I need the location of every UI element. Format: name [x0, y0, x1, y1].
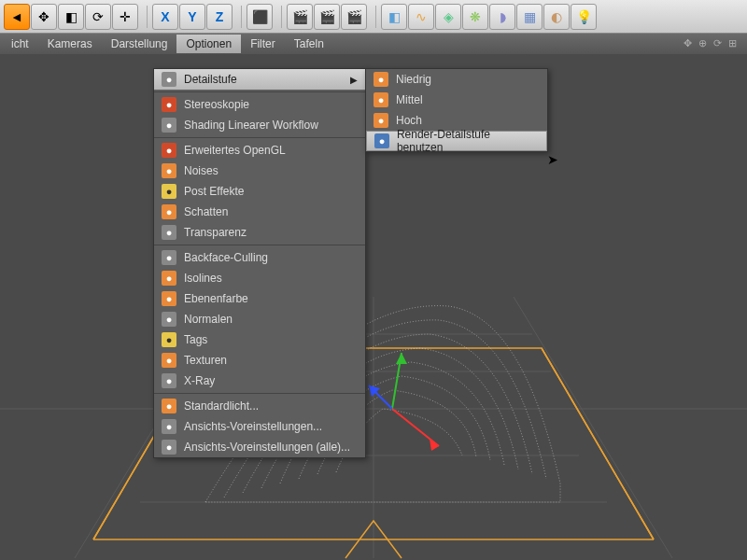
- menu-filter[interactable]: Filter: [241, 35, 285, 53]
- menu-item-ebenenfarbe[interactable]: ●Ebenenfarbe: [154, 288, 365, 309]
- menu-item-detailstufe[interactable]: ●Detailstufe▶: [154, 69, 365, 90]
- spline-icon[interactable]: ∿: [408, 4, 434, 30]
- light-icon[interactable]: 💡: [571, 4, 597, 30]
- menu-item-normalen[interactable]: ●Normalen: [154, 309, 365, 329]
- select-tool-icon[interactable]: ◄: [4, 4, 30, 30]
- svg-line-2: [514, 297, 672, 558]
- menu-item-schatten[interactable]: ●Schatten: [154, 202, 365, 222]
- menu-ansicht[interactable]: icht: [2, 35, 38, 53]
- menu-optionen[interactable]: Optionen: [176, 35, 241, 53]
- menu-darstellung[interactable]: Darstellung: [102, 35, 177, 53]
- nav-move-icon[interactable]: ✥: [684, 37, 697, 50]
- menu-kameras[interactable]: Kameras: [38, 35, 102, 53]
- detailstufe-submenu: ●Niedrig●Mittel●Hoch●Render-Detailstufe …: [365, 68, 548, 152]
- render-settings-icon[interactable]: 🎬: [341, 4, 367, 30]
- optionen-dropdown: ●Detailstufe▶●Stereoskopie●Shading Linea…: [153, 68, 366, 458]
- scale-tool-icon[interactable]: ◧: [58, 4, 84, 30]
- nav-zoom-icon[interactable]: ⊕: [698, 37, 712, 50]
- main-toolbar: ◄ ✥ ◧ ⟳ ✛ X Y Z ⬛ 🎬 🎬 🎬 ◧ ∿ ◈ ❋ ◗ ▦ ◐ 💡: [0, 0, 747, 34]
- menu-item-x-ray[interactable]: ●X-Ray: [154, 371, 365, 391]
- viewport-menubar: icht Kameras Darstellung Optionen Filter…: [0, 34, 747, 54]
- menu-item-ansichts-voreinstellungen-alle-[interactable]: ●Ansichts-Voreinstellungen (alle)...: [154, 437, 365, 457]
- menu-tafeln[interactable]: Tafeln: [285, 35, 333, 53]
- tool-group-transform: ◄ ✥ ◧ ⟳ ✛: [4, 4, 138, 30]
- primitive-cube-icon[interactable]: ◧: [381, 4, 407, 30]
- render-icon[interactable]: 🎬: [287, 4, 313, 30]
- svg-line-10: [542, 348, 654, 539]
- move-tool-icon[interactable]: ✥: [31, 4, 57, 30]
- render-region-icon[interactable]: 🎬: [314, 4, 340, 30]
- tool-group-primitives: ◧ ∿ ◈ ❋ ◗ ▦ ◐ 💡: [381, 4, 597, 30]
- nav-max-icon[interactable]: ⊞: [728, 37, 741, 50]
- environment-icon[interactable]: ◗: [489, 4, 515, 30]
- menu-item-stereoskopie[interactable]: ●Stereoskopie: [154, 94, 365, 115]
- x-axis-icon[interactable]: X: [152, 4, 178, 30]
- pan-tool-icon[interactable]: ✛: [112, 4, 138, 30]
- tool-group-axis: X Y Z: [152, 4, 233, 30]
- deformer-icon[interactable]: ❋: [462, 4, 488, 30]
- cube-icon[interactable]: ⬛: [247, 4, 273, 30]
- camera-icon[interactable]: ▦: [516, 4, 543, 30]
- viewport-nav-icons: ✥ ⊕ ⟳ ⊞: [684, 37, 741, 50]
- menu-item-shading-linearer-workflow[interactable]: ●Shading Linearer Workflow: [154, 115, 365, 135]
- y-axis-icon[interactable]: Y: [179, 4, 205, 30]
- svg-marker-14: [396, 353, 407, 364]
- floor-icon[interactable]: ◐: [543, 4, 570, 30]
- nav-rotate-icon[interactable]: ⟳: [713, 37, 726, 50]
- menu-item-erweitertes-opengl[interactable]: ●Erweitertes OpenGL: [154, 140, 365, 161]
- menu-item-noises[interactable]: ●Noises: [154, 161, 365, 181]
- tool-group-render: 🎬 🎬 🎬: [287, 4, 367, 30]
- menu-item-transparenz[interactable]: ●Transparenz: [154, 222, 365, 243]
- rotate-tool-icon[interactable]: ⟳: [85, 4, 111, 30]
- menu-item-post-effekte[interactable]: ●Post Effekte: [154, 181, 365, 202]
- menu-item-backface-culling[interactable]: ●Backface-Culling: [154, 247, 365, 268]
- menu-item-texturen[interactable]: ●Texturen: [154, 350, 365, 371]
- z-axis-icon[interactable]: Z: [206, 4, 233, 30]
- menu-item-ansichts-voreinstellungen-[interactable]: ●Ansichts-Voreinstellungen...: [154, 416, 365, 437]
- submenu-item-niedrig[interactable]: ●Niedrig: [366, 69, 547, 90]
- submenu-item-mittel[interactable]: ●Mittel: [366, 90, 547, 110]
- menu-item-tags[interactable]: ●Tags: [154, 329, 365, 350]
- menu-item-isolines[interactable]: ●Isolines: [154, 268, 365, 288]
- menu-item-standardlicht-[interactable]: ●Standardlicht...: [154, 396, 365, 416]
- submenu-item-render-detailstufe-benutzen[interactable]: ●Render-Detailstufe benutzen: [366, 131, 547, 151]
- generator-icon[interactable]: ◈: [435, 4, 461, 30]
